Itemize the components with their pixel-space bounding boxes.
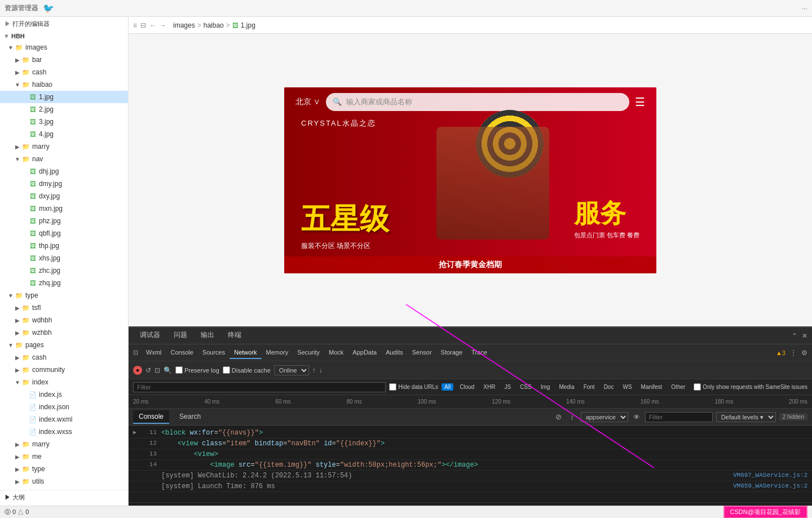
tree-item-indexwxml[interactable]: ▶📄index.wxml (0, 413, 128, 426)
tree-item-community[interactable]: ▶📁community (0, 364, 128, 376)
tree-item-indexjs[interactable]: ▶📄index.js (0, 388, 128, 401)
tree-item-3jpg[interactable]: ▶🖼3.jpg (0, 116, 128, 128)
tree-item-pages[interactable]: ▼📁pages (0, 339, 128, 351)
forward-icon[interactable]: → (160, 21, 166, 29)
more-options-icon[interactable]: ··· (802, 5, 807, 12)
tree-item-tsfl[interactable]: ▶📁tsfl (0, 302, 128, 314)
tree-item-bar[interactable]: ▶📁bar (0, 54, 128, 66)
filter-icon[interactable]: ⊡ (155, 366, 160, 374)
filter-tag-js[interactable]: JS (501, 383, 514, 391)
dagang-section[interactable]: ▶ 大纲 (0, 490, 128, 504)
log-arrow-11[interactable]: ▶ (133, 429, 136, 436)
tree-item-type[interactable]: ▼📁type (0, 289, 128, 302)
hamburger-icon[interactable]: ≡ (133, 21, 137, 29)
record-btn[interactable]: ● (133, 366, 142, 375)
tree-item-dhj[interactable]: ▶🖼dhj.jpg (0, 165, 128, 178)
filter-tag-font[interactable]: Font (581, 383, 598, 391)
tree-item-dmy[interactable]: ▶🖼dmy.jpg (0, 178, 128, 190)
hide-data-urls-checkbox[interactable] (389, 383, 396, 391)
preserve-log-label[interactable]: Preserve log (175, 366, 219, 374)
tree-item-wzhbh[interactable]: ▶📁wzhbh (0, 326, 128, 339)
devtools-tab-output[interactable]: 输出 (194, 327, 221, 344)
bookmark-icon[interactable]: ⊟ (140, 21, 146, 29)
filter-tag-xhr[interactable]: XHR (480, 383, 498, 391)
panel-tab-security[interactable]: Security (293, 347, 324, 359)
tree-item-index-folder[interactable]: ▼📁index (0, 376, 128, 388)
devtools-tab-issues[interactable]: 问题 (167, 327, 194, 344)
tree-item-2jpg[interactable]: ▶🖼2.jpg (0, 103, 128, 116)
same-site-checkbox[interactable] (694, 383, 701, 391)
hbh-section[interactable]: ▼ HBH (0, 31, 128, 41)
console-eye-icon[interactable]: 👁 (632, 412, 642, 422)
devtools-tab-debugger[interactable]: 调试器 (133, 327, 167, 344)
settings-icon[interactable]: ⚙ (801, 349, 807, 357)
filter-tag-doc[interactable]: Doc (601, 383, 617, 391)
tree-item-phz[interactable]: ▶🖼phz.jpg (0, 215, 128, 227)
filter-tag-css[interactable]: CSS (517, 383, 535, 391)
open-editor-section[interactable]: ▶ 打开的编辑器 (0, 17, 128, 31)
tree-item-marry2[interactable]: ▶📁marry (0, 438, 128, 450)
tree-item-xhs[interactable]: ▶🖼xhs.jpg (0, 252, 128, 264)
tree-item-nav[interactable]: ▼📁nav (0, 153, 128, 165)
tree-item-me[interactable]: ▶📁me (0, 450, 128, 463)
filter-tag-media[interactable]: Media (556, 383, 577, 391)
appservice-select[interactable]: appservice (581, 412, 628, 422)
preserve-log-checkbox[interactable] (175, 366, 183, 374)
tree-item-wdhbh[interactable]: ▶📁wdhbh (0, 314, 128, 326)
panel-tab-appdata[interactable]: AppData (348, 347, 381, 359)
panel-tab-memory[interactable]: Memory (262, 347, 293, 359)
refresh-icon[interactable]: ↺ (145, 366, 151, 374)
panel-tab-trace[interactable]: Trace (467, 347, 492, 359)
panel-tab-sensor[interactable]: Sensor (408, 347, 436, 359)
panel-tab-storage[interactable]: Storage (436, 347, 467, 359)
tree-item-cash[interactable]: ▶📁cash (0, 66, 128, 78)
network-filter-input[interactable] (133, 382, 386, 392)
tree-item-pages-cash[interactable]: ▶📁cash (0, 351, 128, 364)
hide-data-urls-label[interactable]: Hide data URLs (389, 383, 438, 391)
tree-item-images[interactable]: ▼📁images (0, 41, 128, 54)
tree-item-haibao[interactable]: ▼📁haibao (0, 78, 128, 91)
filter-tag-ws[interactable]: WS (620, 383, 634, 391)
console-clear-icon[interactable]: ⊘ (554, 412, 564, 422)
devtools-expand-icon[interactable]: ⌃ (792, 332, 797, 340)
tree-item-indexjson[interactable]: ▶📄index.json (0, 401, 128, 413)
tree-item-marry[interactable]: ▶📁marry (0, 140, 128, 153)
filter-tag-other[interactable]: Other (668, 383, 688, 391)
filter-tag-img[interactable]: Img (538, 383, 553, 391)
log-source-2[interactable]: VM659_WAService.js:2 (733, 482, 807, 489)
log-source-1[interactable]: VM697_WAService.js:2 (733, 472, 807, 479)
tree-item-4jpg[interactable]: ▶🖼4.jpg (0, 128, 128, 140)
tree-item-zhq[interactable]: ▶🖼zhq.jpg (0, 277, 128, 289)
panel-tab-mock[interactable]: Mock (324, 347, 348, 359)
panel-tab-wxml[interactable]: Wxml (142, 347, 166, 359)
disable-cache-checkbox[interactable] (223, 366, 230, 374)
tree-item-utils[interactable]: ▶📁utils (0, 475, 128, 488)
devtools-tab-terminal[interactable]: 终端 (221, 327, 248, 344)
breadcrumb-haibao[interactable]: haibao (204, 21, 224, 29)
filter-tag-all[interactable]: All (442, 383, 453, 391)
back-icon[interactable]: ← (149, 21, 156, 29)
tree-item-qbfl[interactable]: ▶🖼qbfl.jpg (0, 227, 128, 240)
breadcrumb-images[interactable]: images (173, 21, 195, 29)
tree-item-1jpg[interactable]: ▶🖼1.jpg (0, 91, 128, 103)
panel-tab-console[interactable]: Console (166, 347, 198, 359)
tree-item-thp[interactable]: ▶🖼thp.jpg (0, 240, 128, 252)
upload-icon[interactable]: ↑ (312, 366, 316, 374)
console-scroll-icon[interactable]: ↕ (567, 412, 577, 422)
search-icon[interactable]: 🔍 (164, 366, 172, 374)
online-select[interactable]: Online (274, 365, 309, 375)
filter-tag-manifest[interactable]: Manifest (638, 383, 665, 391)
more-panel-icon[interactable]: ⋮ (790, 349, 797, 357)
tree-item-indexwxss[interactable]: ▶📄index.wxss (0, 426, 128, 438)
panel-tab-network[interactable]: Network (230, 347, 261, 359)
console-filter-input[interactable] (645, 412, 713, 422)
console-tab-console[interactable]: Console (133, 410, 169, 424)
tree-item-type2[interactable]: ▶📁type (0, 463, 128, 475)
tree-item-zhc[interactable]: ▶🖼zhc.jpg (0, 264, 128, 277)
tree-item-mxn[interactable]: ▶🖼mxn.jpg (0, 202, 128, 215)
disable-cache-label[interactable]: Disable cache (223, 366, 271, 374)
download-icon[interactable]: ↓ (319, 366, 323, 374)
tree-item-dxy[interactable]: ▶🖼dxy.jpg (0, 190, 128, 202)
console-tab-search[interactable]: Search (174, 410, 206, 424)
panel-tab-sources[interactable]: Sources (198, 347, 230, 359)
